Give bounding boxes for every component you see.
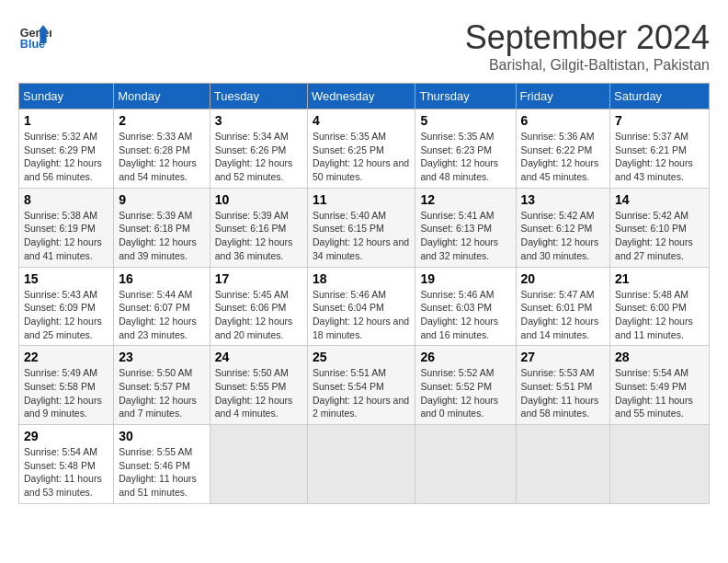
col-header-saturday: Saturday — [610, 84, 710, 109]
day-info: Sunrise: 5:49 AM Sunset: 5:58 PM Dayligh… — [24, 366, 108, 420]
day-info: Sunrise: 5:52 AM Sunset: 5:52 PM Dayligh… — [420, 366, 510, 420]
calendar-cell — [516, 425, 610, 504]
day-number: 13 — [521, 192, 606, 207]
location-subtitle: Barishal, Gilgit-Baltistan, Pakistan — [465, 57, 710, 74]
calendar-cell — [415, 425, 516, 504]
calendar-cell: 10 Sunrise: 5:39 AM Sunset: 6:16 PM Dayl… — [210, 188, 307, 267]
calendar-cell: 8 Sunrise: 5:38 AM Sunset: 6:19 PM Dayli… — [19, 188, 114, 267]
day-number: 23 — [119, 350, 204, 364]
day-number: 26 — [420, 350, 510, 364]
calendar-week-4: 22 Sunrise: 5:49 AM Sunset: 5:58 PM Dayl… — [19, 346, 710, 425]
day-info: Sunrise: 5:46 AM Sunset: 6:04 PM Dayligh… — [313, 288, 410, 342]
col-header-tuesday: Tuesday — [210, 84, 307, 109]
day-number: 21 — [615, 271, 704, 286]
day-number: 19 — [420, 271, 510, 286]
day-info: Sunrise: 5:47 AM Sunset: 6:01 PM Dayligh… — [521, 288, 606, 342]
title-section: September 2024 Barishal, Gilgit-Baltista… — [465, 18, 710, 74]
day-info: Sunrise: 5:55 AM Sunset: 5:46 PM Dayligh… — [119, 445, 204, 500]
calendar-cell: 3 Sunrise: 5:34 AM Sunset: 6:26 PM Dayli… — [210, 109, 307, 189]
page-header: General Blue September 2024 Barishal, Gi… — [18, 18, 710, 74]
calendar-cell: 17 Sunrise: 5:45 AM Sunset: 6:06 PM Dayl… — [210, 267, 307, 346]
calendar-cell: 29 Sunrise: 5:54 AM Sunset: 5:48 PM Dayl… — [19, 425, 114, 504]
day-number: 5 — [420, 113, 510, 128]
calendar-cell: 30 Sunrise: 5:55 AM Sunset: 5:46 PM Dayl… — [114, 425, 210, 504]
day-number: 7 — [615, 113, 704, 128]
day-number: 25 — [313, 350, 410, 364]
day-number: 18 — [313, 271, 410, 286]
day-number: 20 — [521, 271, 606, 286]
day-number: 29 — [24, 429, 108, 443]
day-number: 12 — [420, 192, 510, 207]
calendar-cell: 22 Sunrise: 5:49 AM Sunset: 5:58 PM Dayl… — [19, 346, 114, 425]
day-info: Sunrise: 5:40 AM Sunset: 6:15 PM Dayligh… — [313, 209, 410, 263]
calendar-cell: 18 Sunrise: 5:46 AM Sunset: 6:04 PM Dayl… — [308, 267, 415, 346]
col-header-wednesday: Wednesday — [308, 84, 415, 109]
day-info: Sunrise: 5:39 AM Sunset: 6:16 PM Dayligh… — [215, 209, 302, 263]
day-info: Sunrise: 5:53 AM Sunset: 5:51 PM Dayligh… — [521, 366, 606, 420]
calendar-cell: 6 Sunrise: 5:36 AM Sunset: 6:22 PM Dayli… — [516, 109, 610, 189]
day-info: Sunrise: 5:50 AM Sunset: 5:55 PM Dayligh… — [215, 366, 302, 420]
day-info: Sunrise: 5:46 AM Sunset: 6:03 PM Dayligh… — [420, 288, 510, 342]
calendar-cell — [610, 425, 710, 504]
day-info: Sunrise: 5:54 AM Sunset: 5:48 PM Dayligh… — [24, 445, 108, 500]
day-info: Sunrise: 5:34 AM Sunset: 6:26 PM Dayligh… — [215, 130, 302, 184]
calendar-cell: 9 Sunrise: 5:39 AM Sunset: 6:18 PM Dayli… — [114, 188, 210, 267]
calendar-cell: 7 Sunrise: 5:37 AM Sunset: 6:21 PM Dayli… — [610, 109, 710, 189]
month-title: September 2024 — [465, 18, 710, 57]
day-info: Sunrise: 5:42 AM Sunset: 6:12 PM Dayligh… — [521, 209, 606, 263]
day-number: 3 — [215, 113, 302, 128]
calendar-table: SundayMondayTuesdayWednesdayThursdayFrid… — [18, 83, 710, 504]
col-header-sunday: Sunday — [19, 84, 114, 109]
day-info: Sunrise: 5:54 AM Sunset: 5:49 PM Dayligh… — [615, 366, 704, 420]
day-info: Sunrise: 5:51 AM Sunset: 5:54 PM Dayligh… — [313, 366, 410, 420]
calendar-week-2: 8 Sunrise: 5:38 AM Sunset: 6:19 PM Dayli… — [19, 188, 710, 267]
calendar-cell: 21 Sunrise: 5:48 AM Sunset: 6:00 PM Dayl… — [610, 267, 710, 346]
calendar-cell: 15 Sunrise: 5:43 AM Sunset: 6:09 PM Dayl… — [19, 267, 114, 346]
day-info: Sunrise: 5:43 AM Sunset: 6:09 PM Dayligh… — [24, 288, 108, 342]
day-number: 14 — [615, 192, 704, 207]
logo: General Blue — [18, 18, 55, 52]
day-info: Sunrise: 5:45 AM Sunset: 6:06 PM Dayligh… — [215, 288, 302, 342]
day-info: Sunrise: 5:38 AM Sunset: 6:19 PM Dayligh… — [24, 209, 108, 263]
calendar-header-row: SundayMondayTuesdayWednesdayThursdayFrid… — [19, 84, 710, 109]
day-number: 10 — [215, 192, 302, 207]
day-info: Sunrise: 5:33 AM Sunset: 6:28 PM Dayligh… — [119, 130, 204, 184]
day-info: Sunrise: 5:42 AM Sunset: 6:10 PM Dayligh… — [615, 209, 704, 263]
calendar-cell: 27 Sunrise: 5:53 AM Sunset: 5:51 PM Dayl… — [516, 346, 610, 425]
day-number: 16 — [119, 271, 204, 286]
day-number: 15 — [24, 271, 108, 286]
day-info: Sunrise: 5:50 AM Sunset: 5:57 PM Dayligh… — [119, 366, 204, 420]
calendar-cell: 28 Sunrise: 5:54 AM Sunset: 5:49 PM Dayl… — [610, 346, 710, 425]
calendar-cell: 11 Sunrise: 5:40 AM Sunset: 6:15 PM Dayl… — [308, 188, 415, 267]
calendar-cell: 5 Sunrise: 5:35 AM Sunset: 6:23 PM Dayli… — [415, 109, 516, 189]
logo-icon: General Blue — [18, 18, 51, 52]
day-info: Sunrise: 5:39 AM Sunset: 6:18 PM Dayligh… — [119, 209, 204, 263]
day-info: Sunrise: 5:36 AM Sunset: 6:22 PM Dayligh… — [521, 130, 606, 184]
day-number: 2 — [119, 113, 204, 128]
day-number: 6 — [521, 113, 606, 128]
day-number: 4 — [313, 113, 410, 128]
day-number: 27 — [521, 350, 606, 364]
day-info: Sunrise: 5:32 AM Sunset: 6:29 PM Dayligh… — [24, 130, 108, 184]
day-number: 22 — [24, 350, 108, 364]
calendar-cell: 25 Sunrise: 5:51 AM Sunset: 5:54 PM Dayl… — [308, 346, 415, 425]
calendar-cell — [210, 425, 307, 504]
calendar-cell: 24 Sunrise: 5:50 AM Sunset: 5:55 PM Dayl… — [210, 346, 307, 425]
calendar-week-5: 29 Sunrise: 5:54 AM Sunset: 5:48 PM Dayl… — [19, 425, 710, 504]
col-header-thursday: Thursday — [415, 84, 516, 109]
calendar-cell: 16 Sunrise: 5:44 AM Sunset: 6:07 PM Dayl… — [114, 267, 210, 346]
calendar-cell: 23 Sunrise: 5:50 AM Sunset: 5:57 PM Dayl… — [114, 346, 210, 425]
day-number: 8 — [24, 192, 108, 207]
day-info: Sunrise: 5:37 AM Sunset: 6:21 PM Dayligh… — [615, 130, 704, 184]
day-number: 11 — [313, 192, 410, 207]
day-number: 17 — [215, 271, 302, 286]
calendar-cell — [308, 425, 415, 504]
day-info: Sunrise: 5:44 AM Sunset: 6:07 PM Dayligh… — [119, 288, 204, 342]
calendar-cell: 1 Sunrise: 5:32 AM Sunset: 6:29 PM Dayli… — [19, 109, 114, 189]
day-info: Sunrise: 5:48 AM Sunset: 6:00 PM Dayligh… — [615, 288, 704, 342]
day-number: 24 — [215, 350, 302, 364]
calendar-cell: 2 Sunrise: 5:33 AM Sunset: 6:28 PM Dayli… — [114, 109, 210, 189]
calendar-week-3: 15 Sunrise: 5:43 AM Sunset: 6:09 PM Dayl… — [19, 267, 710, 346]
day-info: Sunrise: 5:35 AM Sunset: 6:23 PM Dayligh… — [420, 130, 510, 184]
calendar-cell: 13 Sunrise: 5:42 AM Sunset: 6:12 PM Dayl… — [516, 188, 610, 267]
